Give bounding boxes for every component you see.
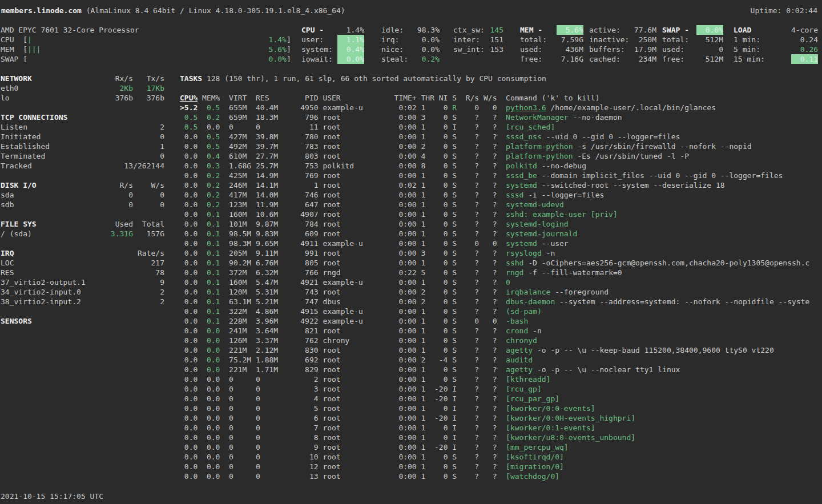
process-ni: 0 [434,132,448,142]
process-pid: 4950 [287,103,319,112]
stat-row: MEM -5.6% [520,25,583,35]
process-row[interactable]: 0.50.2659M18.3M796root0:0030S??NetworkMa… [180,112,822,122]
process-row[interactable]: 0.00.198.5M9.83M609root0:0010S??systemd-… [180,229,822,239]
process-res: 6.32M [256,268,283,277]
column-header-cmd[interactable]: Command ('k' to kill) [506,93,822,103]
column-header-cpu[interactable]: CPU% [180,93,198,103]
process-rs: ? [461,433,479,442]
process-row[interactable]: 0.00.198.3M9.65M4911example-u0:0010S00sy… [180,239,822,248]
process-row[interactable]: 0.00.0221M1.71M829root0:0010S??agetty -o… [180,365,822,374]
process-row[interactable]: 0.00.190.2M6.76M805root0:0010S??sshd -D … [180,258,822,268]
process-ws: ? [483,190,497,200]
section-row: Listen2 [1,122,164,132]
process-row[interactable]: 0.00.4610M27.7M803root0:0040S??platform-… [180,151,822,161]
column-header-mem[interactable]: MEM% [198,93,220,103]
process-ws: ? [483,365,497,374]
process-row[interactable]: 0.00.0002root0:0010S??[kthreadd] [180,374,822,384]
process-row[interactable]: 0.00.31.68G25.7M753polkitd0:0080S??polki… [180,161,822,171]
process-row[interactable]: 0.00.0006root0:001-20I??[kworker/0:0H-ev… [180,413,822,423]
process-cpu: 0.0 [180,345,198,355]
process-row[interactable]: 0.00.1322M4.86M4915example-u0:0010S??(sd… [180,307,822,316]
process-row[interactable]: 0.00.0126M3.37M762chrony0:0010S??chronyd [180,336,822,345]
process-user: root [323,190,372,200]
column-header-user[interactable]: USER [323,93,372,103]
stat-label: sw_int: [453,45,485,54]
process-row[interactable]: 0.00.2246M14.1M1root0:0210S??systemd --s… [180,180,822,190]
column-header-virt[interactable]: VIRT [229,93,256,103]
process-row[interactable]: 0.00.00013root0:0010S??[watchdog/0] [180,471,822,481]
process-user: root [323,219,372,229]
process-user: root [323,200,372,209]
process-cpu: 0.0 [180,142,198,151]
process-row[interactable]: 0.00.075.2M1.88M692root0:002-4S??auditd [180,355,822,365]
section-header: TCP CONNECTIONS [1,112,164,122]
process-row[interactable]: 0.00.1160M5.47M4921example-u0:0010S??0 [180,277,822,287]
stat-value: 17.9M [634,45,656,54]
section-row-label: RES [1,268,102,277]
process-row[interactable]: 0.00.163.1M5.21M747dbus0:0020S??dbus-dae… [180,297,822,307]
process-row[interactable]: 0.00.1372M6.32M766rngd0:2250S??rngd -f -… [180,268,822,277]
process-row[interactable]: >5.20.5655M40.4M4950example-u0:0210R00py… [180,103,822,112]
process-res: 14.1M [256,180,283,190]
process-row[interactable]: 0.00.0221M2.12M830root0:0010S??agetty -o… [180,345,822,355]
process-row[interactable]: 0.00.1205M9.11M991root0:0030S??rsyslogd … [180,248,822,258]
column-header-time[interactable]: TIME+ [376,93,416,103]
column-header-res[interactable]: RES [256,93,283,103]
process-row[interactable]: 0.00.0008root0:0010I??[kworker/u8:0-even… [180,433,822,442]
process-row[interactable]: 0.00.1120M5.31M743root0:0020S??irqbalanc… [180,287,822,297]
column-header-rs[interactable]: R/s [461,93,479,103]
process-row[interactable]: 0.00.0003root0:001-20I??[rcu_gp] [180,384,822,394]
process-row[interactable]: 0.00.5492M39.7M783root0:0020S??platform-… [180,142,822,151]
process-row[interactable]: 0.00.1160M10.6M4907root0:0010S??sshd: ex… [180,209,822,219]
section-col1-header: R/s [102,180,133,190]
process-row[interactable]: 0.00.0004root0:001-20I??[rcu_par_gp] [180,394,822,404]
process-row[interactable]: 0.00.0007root0:0010I??[kworker/0:1-event… [180,423,822,433]
process-row[interactable]: 0.00.5427M39.8M780root0:0010S??sssd_nss … [180,132,822,142]
process-time: 0:00 [376,316,416,326]
process-pid: 991 [287,248,319,258]
section-col2-header [133,112,164,122]
process-rs: ? [461,248,479,258]
process-pid: 783 [287,142,319,151]
process-row[interactable]: 0.00.2425M14.9M769root0:0010S??sssd_be -… [180,171,822,180]
process-virt: 659M [229,112,256,122]
process-rs: ? [461,365,479,374]
process-row[interactable]: 0.00.0005root0:0010I??[kworker/0:0-event… [180,404,822,413]
stat-row: iowait:0.0% [301,54,364,64]
process-row[interactable]: 0.50.00011root0:0010I??[rcu_sched] [180,122,822,132]
process-row[interactable]: 0.00.1228M3.96M4922example-u0:0010S00-ba… [180,316,822,326]
process-row[interactable]: 0.00.00010root0:0010S??[ksoftirqd/0] [180,452,822,462]
process-cpu: 0.0 [180,316,198,326]
process-command-name: systemd [506,239,537,248]
column-header-s[interactable]: S [452,93,457,103]
process-row[interactable]: 0.00.00012root0:0010S??[migration/0] [180,462,822,471]
process-ni: 0 [434,248,448,258]
process-row[interactable]: 0.00.0009root0:001-20I??[mm_percpu_wq] [180,442,822,452]
process-ni: 0 [434,122,448,132]
stat-block-cpu-main: CPU -1.4%user:1.1%system:0.4%iowait:0.0% [301,25,364,64]
process-ni: 0 [434,452,448,462]
process-command-args: --system --address=systemd: --nofork --n… [555,297,809,306]
process-virt: 101M [229,219,256,229]
process-command: sshd -D -oCiphers=aes256-gcm@openssh.com… [506,258,822,268]
column-header-thr[interactable]: THR [421,93,434,103]
process-row[interactable]: 0.00.2123M11.9M647root0:0010S??systemd-u… [180,200,822,209]
process-mem: 0.1 [198,219,220,229]
tasks-summary-title: TASKS [180,74,202,83]
process-rs: ? [461,209,479,219]
section-col1-header: Rx/s [102,74,133,83]
column-header-pid[interactable]: PID [287,93,319,103]
section-row-value2: 9 [133,277,164,287]
process-mem: 0.0 [198,122,220,132]
column-header-ws[interactable]: W/s [483,93,497,103]
process-mem: 0.1 [198,297,220,307]
process-virt: 0 [229,423,256,433]
process-row[interactable]: 0.00.1101M9.87M784root0:0010S??systemd-l… [180,219,822,229]
process-thr: 1 [421,200,434,209]
process-time: 0:00 [376,122,416,132]
column-header-ni[interactable]: NI [434,93,448,103]
process-ws: ? [483,287,497,297]
process-row[interactable]: 0.00.2417M14.0M746root0:0010S??sssd -i -… [180,190,822,200]
process-row[interactable]: 0.00.0241M3.64M821root0:0010S??crond -n [180,326,822,336]
process-command-name: [mm_percpu_wq] [506,443,569,451]
